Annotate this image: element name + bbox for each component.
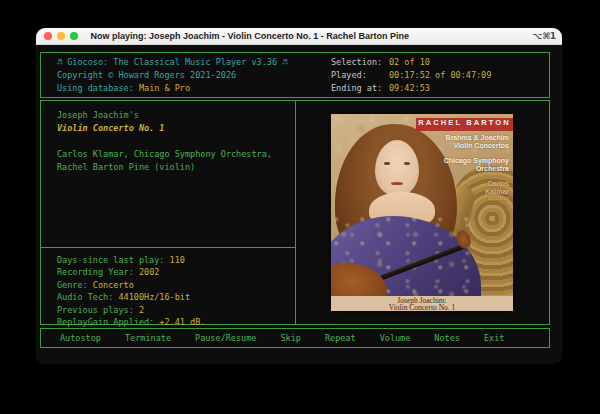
menu-item-volume[interactable]: Volume [380, 333, 411, 343]
header-box: ♬ Giocoso: The Classical Music Player v3… [40, 52, 550, 98]
copyright-line: Copyright © Howard Rogers 2021-2026 [57, 69, 287, 82]
terminal-area: ♬ Giocoso: The Classical Music Player v3… [36, 45, 562, 364]
caption-line-2: Violin Concerto No. 1 [331, 304, 513, 311]
album-art: RACHEL BARTON Brahms & Joachim Violin Co… [331, 114, 513, 311]
work-title: Violin Concerto No. 1 [57, 122, 272, 135]
stat-ending-at: Ending at:09:42:53 [331, 82, 491, 95]
conductor-name: Carlos [444, 180, 509, 188]
playback-stats: Selection:02 of 10 Played:00:17:52 of 00… [331, 56, 491, 95]
conductor-role: conductor [444, 195, 509, 203]
window-title: Now playing: Joseph Joachim - Violin Con… [91, 31, 409, 41]
menu-item-exit[interactable]: Exit [484, 333, 504, 343]
performers-line-2: Rachel Barton Pine (violin) [57, 161, 272, 174]
zoom-button[interactable] [70, 32, 78, 40]
close-button[interactable] [44, 32, 52, 40]
stat-played: Played:00:17:52 of 00:47:09 [331, 69, 491, 82]
menu-box: Autostop Terminate Pause/Resume Skip Rep… [40, 328, 550, 348]
screenshot-stage: Now playing: Joseph Joachim - Violin Con… [0, 0, 600, 414]
artist-banner: RACHEL BARTON [416, 118, 513, 131]
album-caption: Joseph Joachim: Violin Concerto No. 1 [331, 296, 513, 311]
eye-illustration [384, 162, 390, 165]
menu-item-pause-resume[interactable]: Pause/Resume [195, 333, 256, 343]
now-playing-panel: Joseph Joachim's Violin Concerto No. 1 C… [57, 109, 272, 174]
detail-genre: Genre: Concerto [57, 279, 205, 291]
window-titlebar[interactable]: Now playing: Joseph Joachim - Violin Con… [36, 28, 562, 45]
conductor-name: Kalmar [444, 188, 509, 196]
minimize-button[interactable] [57, 32, 65, 40]
face-illustration [375, 140, 419, 196]
eye-illustration [404, 162, 410, 165]
menu-item-skip[interactable]: Skip [280, 333, 300, 343]
detail-audio-tech: Audio Tech: 44100Hz/16-bit [57, 291, 205, 303]
track-details-panel: Days since last play: 110 Recording Year… [57, 254, 205, 328]
giocoso-window: Now playing: Joseph Joachim - Violin Con… [36, 28, 562, 364]
menu-item-terminate[interactable]: Terminate [125, 333, 171, 343]
keyboard-shortcut-badge: ⌥⌘1 [532, 31, 556, 41]
traffic-lights [44, 32, 78, 40]
detail-replaygain: ReplayGain Applied: +2.41 dB. [57, 316, 205, 328]
credit-line: Violin Concertos [444, 142, 509, 150]
lips-illustration [391, 182, 403, 185]
credit-gap [444, 172, 509, 180]
detail-previous-plays: Previous plays: 2 [57, 304, 205, 316]
app-info: ♬ Giocoso: The Classical Music Player v3… [57, 56, 287, 95]
credit-line: Chicago Symphony [444, 157, 509, 165]
database-line: Using database: Main & Pro [57, 82, 287, 95]
horizontal-divider [41, 247, 295, 248]
menu-row: Autostop Terminate Pause/Resume Skip Rep… [41, 329, 549, 347]
blank-line [57, 135, 272, 148]
menu-item-notes[interactable]: Notes [434, 333, 460, 343]
composer-line: Joseph Joachim's [57, 109, 272, 122]
album-credits: Brahms & Joachim Violin Concertos Chicag… [444, 134, 509, 203]
detail-days-since-play: Days since last play: 110 [57, 254, 205, 266]
app-title-line: ♬ Giocoso: The Classical Music Player v3… [57, 56, 287, 69]
menu-item-autostop[interactable]: Autostop [60, 333, 101, 343]
credit-line: Orchestra [444, 165, 509, 173]
performers-line-1: Carlos Klamar, Chicago Symphony Orchestr… [57, 148, 272, 161]
vertical-divider [295, 101, 296, 324]
credit-gap [444, 149, 509, 157]
stat-selection: Selection:02 of 10 [331, 56, 491, 69]
main-box: Joseph Joachim's Violin Concerto No. 1 C… [40, 100, 550, 325]
credit-line: Brahms & Joachim [444, 134, 509, 142]
detail-recording-year: Recording Year: 2002 [57, 266, 205, 278]
menu-item-repeat[interactable]: Repeat [325, 333, 356, 343]
